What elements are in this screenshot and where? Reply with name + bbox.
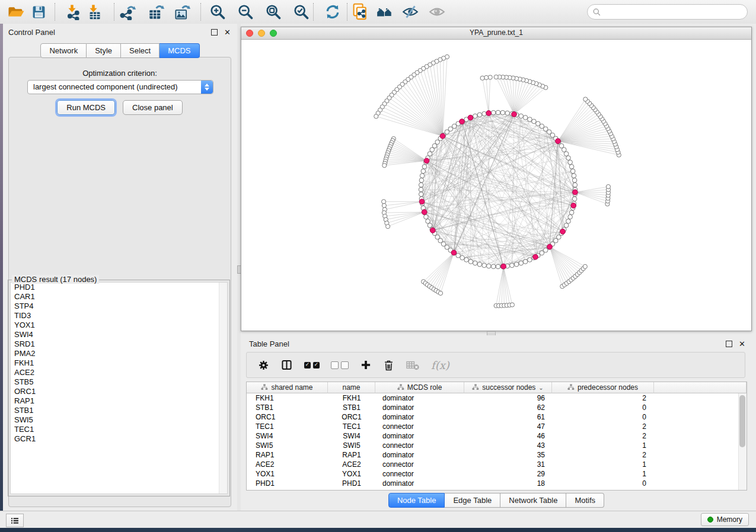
network-node[interactable] — [419, 187, 423, 192]
mcds-result-item[interactable]: SWI4 — [11, 330, 227, 339]
network-node[interactable] — [572, 197, 577, 201]
network-node[interactable] — [473, 261, 478, 265]
network-node[interactable] — [523, 259, 528, 264]
table-cell[interactable]: 1 — [552, 460, 654, 469]
table-cell[interactable]: 43 — [464, 441, 552, 450]
column-header-predecessor-nodes[interactable]: predecessor nodes — [552, 382, 654, 393]
table-row[interactable]: RAP1RAP1dominator352 — [247, 450, 747, 460]
network-leaf-node[interactable] — [374, 114, 378, 118]
table-cell[interactable]: SWI5 — [247, 441, 328, 450]
network-node[interactable] — [572, 178, 577, 183]
table-cell[interactable]: 18 — [464, 479, 552, 488]
network-leaf-node[interactable] — [583, 97, 588, 101]
network-window-titlebar[interactable]: YPA_prune.txt_1 — [241, 27, 751, 40]
refresh-network-icon[interactable] — [323, 4, 343, 20]
mcds-hub-node[interactable] — [468, 115, 473, 120]
float-panel-icon[interactable] — [211, 29, 218, 36]
table-row[interactable]: SWI5SWI5connector431 — [247, 441, 747, 450]
select-all-icon[interactable] — [304, 362, 320, 368]
network-leaf-node[interactable] — [494, 75, 498, 79]
table-row[interactable]: TEC1TEC1connector472 — [247, 422, 747, 431]
mcds-result-item[interactable]: TEC1 — [11, 425, 227, 434]
tab-style[interactable]: Style — [87, 43, 121, 58]
table-row[interactable]: YOX1YOX1connector291 — [247, 469, 747, 479]
tab-mcds[interactable]: MCDS — [160, 43, 199, 58]
network-node[interactable] — [464, 258, 469, 262]
mcds-result-item[interactable]: PHD1 — [11, 283, 227, 292]
network-node[interactable] — [428, 152, 432, 156]
table-cell[interactable]: SWI5 — [328, 441, 375, 450]
run-mcds-button[interactable]: Run MCDS — [57, 100, 115, 115]
table-cell[interactable]: ACE2 — [328, 460, 375, 469]
mcds-result-item[interactable]: ACE2 — [11, 368, 227, 377]
scrollbar-thumb[interactable] — [739, 395, 745, 447]
mcds-hub-node[interactable] — [560, 229, 566, 234]
table-row[interactable]: PHD1PHD1dominator180 — [247, 479, 747, 488]
table-cell[interactable]: connector — [375, 441, 464, 450]
mcds-hub-node[interactable] — [533, 254, 538, 259]
mcds-result-item[interactable]: RAP1 — [11, 396, 227, 406]
network-overview-icon[interactable] — [375, 4, 395, 20]
network-node[interactable] — [569, 210, 574, 215]
network-canvas[interactable] — [241, 40, 750, 329]
network-leaf-node[interactable] — [438, 291, 442, 295]
table-cell[interactable]: 0 — [552, 403, 654, 412]
table-cell[interactable]: 0 — [552, 479, 654, 488]
table-cell[interactable]: RAP1 — [328, 450, 375, 460]
table-cell[interactable]: FKH1 — [247, 393, 328, 403]
network-node[interactable] — [572, 174, 576, 178]
network-node[interactable] — [473, 114, 478, 118]
mcds-result-item[interactable]: STB1 — [11, 406, 227, 415]
close-panel-icon[interactable]: ✕ — [739, 341, 745, 347]
mcds-hub-node[interactable] — [430, 228, 435, 233]
network-node[interactable] — [460, 255, 465, 260]
network-node[interactable] — [573, 182, 578, 187]
table-cell[interactable]: dominator — [375, 393, 464, 403]
table-cell[interactable]: 0 — [552, 412, 654, 422]
network-node[interactable] — [566, 219, 571, 224]
network-node[interactable] — [536, 121, 541, 126]
mcds-result-item[interactable]: CAR1 — [11, 292, 227, 302]
network-node[interactable] — [523, 116, 528, 120]
table-cell[interactable]: 2 — [552, 422, 654, 431]
mcds-hub-node[interactable] — [556, 139, 561, 144]
table-cell[interactable]: SWI4 — [328, 431, 375, 441]
maximize-window-icon[interactable] — [270, 30, 277, 37]
table-cell[interactable]: dominator — [375, 412, 464, 422]
float-panel-icon[interactable] — [726, 341, 732, 347]
table-cell[interactable]: PHD1 — [247, 479, 328, 488]
table-cell[interactable]: 2 — [552, 431, 654, 441]
table-cell[interactable]: 29 — [464, 469, 552, 479]
mcds-result-item[interactable]: PMA2 — [11, 349, 227, 358]
network-node[interactable] — [491, 110, 496, 115]
table-cell[interactable]: 1 — [552, 441, 654, 450]
table-cell[interactable]: FKH1 — [328, 393, 375, 403]
table-cell[interactable]: STB1 — [328, 403, 375, 412]
export-image-icon[interactable] — [172, 4, 192, 20]
network-leaf-node[interactable] — [480, 76, 484, 80]
import-table-icon[interactable] — [84, 4, 104, 20]
tab-select[interactable]: Select — [121, 43, 160, 58]
deselect-all-icon[interactable] — [331, 361, 349, 369]
column-header-shared-name[interactable]: shared name — [247, 382, 328, 393]
mcds-result-item[interactable]: FKH1 — [11, 358, 227, 368]
table-cell[interactable]: 62 — [464, 403, 552, 412]
table-cell[interactable]: 35 — [464, 450, 552, 460]
list-scrollbar-track[interactable] — [219, 283, 227, 493]
table-cell[interactable]: 2 — [552, 393, 654, 403]
table-cell[interactable]: 31 — [464, 460, 552, 469]
table-cell[interactable]: YOX1 — [328, 469, 375, 479]
table-cell[interactable]: ORC1 — [247, 412, 328, 422]
mcds-result-list[interactable]: PHD1CAR1STP4TID3YOX1SWI4SRD1PMA2FKH1ACE2… — [10, 282, 228, 494]
table-row[interactable]: ORC1ORC1dominator610 — [247, 412, 747, 422]
network-node[interactable] — [496, 110, 500, 115]
network-node[interactable] — [519, 114, 524, 118]
mcds-hub-node[interactable] — [547, 244, 553, 249]
network-leaf-node[interactable] — [488, 75, 492, 79]
table-cell[interactable]: dominator — [375, 431, 464, 441]
save-session-icon[interactable] — [28, 4, 49, 20]
export-network-icon[interactable] — [117, 4, 138, 20]
network-node[interactable] — [519, 261, 524, 265]
close-panel-button[interactable]: Close panel — [123, 100, 183, 115]
network-node[interactable] — [477, 262, 482, 267]
